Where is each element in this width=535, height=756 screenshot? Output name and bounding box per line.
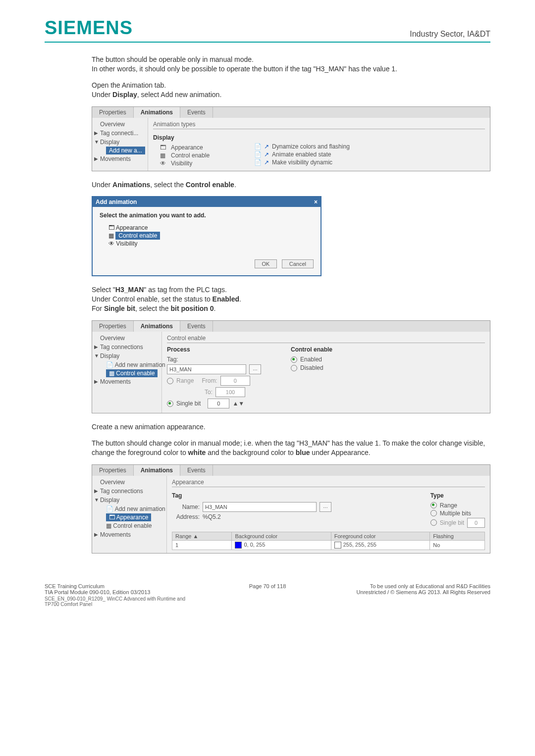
properties-panel-2: Properties Animations Events Overview ▶T… [92, 320, 490, 413]
single-bit-label: Single bit [176, 400, 201, 407]
radio-enabled[interactable] [291, 356, 297, 363]
footer-right-1: To be used only at Educational and R&D F… [343, 583, 490, 589]
tree-item[interactable]: ▶Movements [92, 377, 161, 386]
to-input[interactable]: 100 [215, 387, 245, 397]
tab-events[interactable]: Events [180, 107, 213, 118]
tree-item[interactable]: 📄 Add new animation [92, 504, 166, 513]
option-control-enable[interactable]: ▦Control enable [153, 152, 210, 159]
tree-item[interactable]: 📄 Add new animation [92, 360, 161, 369]
dialog-prompt: Select the animation you want to add. [100, 212, 314, 219]
col-range[interactable]: Range ▲ [172, 532, 232, 540]
arrow-icon: ↗ [264, 143, 269, 150]
dyn-option[interactable]: 📄↗Dynamize colors and flashing [254, 143, 350, 150]
section-title: Control enable [167, 335, 485, 343]
spinner-icon[interactable]: ▲▼ [232, 400, 244, 407]
text: , select Add new animation. [137, 91, 221, 99]
appearance-icon: 🗔 [109, 514, 116, 521]
option-appearance[interactable]: 🗔Appearance [153, 144, 210, 151]
tree-item[interactable]: ▶Tag connections [92, 343, 161, 352]
col-bg[interactable]: Background color [232, 532, 331, 540]
text-bold: blue [296, 449, 310, 456]
visibility-icon: 👁 [160, 160, 168, 167]
tab-properties[interactable]: Properties [92, 465, 134, 476]
tab-properties[interactable]: Properties [92, 321, 134, 332]
single-bit-input[interactable]: 0 [467, 518, 485, 528]
tab-events[interactable]: Events [180, 321, 213, 332]
chevron-right-icon: ▶ [94, 379, 98, 384]
tree-label: Add new animation [115, 505, 165, 512]
tab-events[interactable]: Events [180, 465, 213, 476]
col-flash[interactable]: Flashing [430, 532, 485, 540]
add-icon: 📄 [106, 361, 115, 368]
radio-multi-bits[interactable] [430, 510, 437, 516]
text: . [234, 181, 236, 189]
dyn-label: Animate enabled state [272, 151, 331, 158]
tree-column: Overview ▶Tag connections ▼Display 📄 Add… [92, 476, 167, 553]
tree-item-selected[interactable]: ▦ Control enable [106, 369, 158, 377]
radio-range[interactable] [430, 502, 437, 508]
tag-input[interactable]: H3_MAN [167, 364, 246, 374]
cell-range[interactable]: 1 [172, 540, 232, 550]
cell-fg[interactable]: 255, 255, 255 [331, 540, 430, 550]
tree-item[interactable]: Overview [92, 334, 161, 343]
tree-item-selected[interactable]: 🗔 Appearance [106, 513, 151, 521]
close-icon[interactable]: × [314, 199, 318, 205]
tag-picker-button[interactable]: … [320, 502, 331, 512]
section-title: Animation types [153, 121, 485, 129]
tree-item[interactable]: ▼Display [92, 352, 161, 360]
tab-animations[interactable]: Animations [134, 465, 180, 476]
col-fg[interactable]: Foreground color [331, 532, 430, 540]
single-bit-label: Single bit [440, 519, 464, 526]
tree-item-selected[interactable]: Add new a... [106, 147, 145, 154]
cell-bg[interactable]: 0, 0, 255 [232, 540, 331, 550]
cell-text: 255, 255, 255 [343, 542, 376, 548]
tree-item[interactable]: ▦ Control enable [92, 521, 166, 530]
radio-single-bit[interactable] [430, 519, 437, 526]
single-bit-input[interactable]: 0 [208, 399, 229, 408]
tag-picker-button[interactable]: … [249, 364, 261, 374]
tree-item[interactable]: Overview [92, 120, 148, 129]
dyn-option[interactable]: 📄↗Make visibility dynamic [254, 159, 350, 166]
footer-right-2: Unrestricted / © Siemens AG 2013. All Ri… [343, 589, 490, 595]
radio-single-bit[interactable] [167, 401, 173, 407]
table-row[interactable]: 1 0, 0, 255 255, 255, 255 No [172, 540, 485, 550]
group-heading: Process [167, 346, 261, 353]
chevron-right-icon: ▶ [94, 344, 98, 350]
cell-flash[interactable]: No [430, 540, 485, 550]
list-item[interactable]: 🗔 Appearance [100, 224, 314, 232]
name-label: Name: [172, 504, 200, 510]
name-input[interactable]: H3_MAN [203, 502, 317, 512]
radio-disabled[interactable] [291, 365, 297, 371]
tree-item[interactable]: ▶Movements [92, 530, 166, 539]
tree-item[interactable]: Overview [92, 478, 166, 487]
paragraph: Open the Animation tab. Under Display, s… [92, 81, 490, 100]
tree-item[interactable]: ▶Tag connections [92, 487, 166, 496]
tree-label: Movements [100, 155, 131, 162]
dyn-option[interactable]: 📄↗Animate enabled state [254, 151, 350, 158]
tab-animations[interactable]: Animations [134, 321, 180, 332]
option-visibility[interactable]: 👁Visibility [153, 160, 210, 167]
text: under Appearance. [310, 449, 370, 456]
tree-item[interactable]: ▶Tag connecti... [92, 129, 148, 138]
radio-range[interactable] [167, 378, 173, 384]
text-bold: Display [112, 91, 137, 99]
list-item[interactable]: 👁 Visibility [100, 240, 314, 248]
add-icon: 📄 [106, 505, 115, 512]
tab-animations[interactable]: Animations [134, 107, 180, 118]
tab-bar: Properties Animations Events [92, 465, 490, 476]
tree-item[interactable]: ▶Movements [92, 154, 148, 163]
ok-button[interactable]: OK [255, 259, 277, 268]
footer-left-3: SCE_EN_090-010_R1209_ WinCC Advanced wit… [45, 596, 192, 607]
tree-item[interactable]: ▼Display [92, 496, 166, 504]
list-item-selected[interactable]: Control enable [115, 232, 160, 240]
dialog-title: Add animation [96, 199, 137, 205]
tab-properties[interactable]: Properties [92, 107, 134, 118]
from-input[interactable]: 0 [220, 376, 250, 386]
tree-item[interactable]: ▼Display [92, 138, 148, 147]
text: The button should be operable only in ma… [92, 55, 254, 63]
cancel-button[interactable]: Cancel [282, 259, 314, 268]
group-heading: Control enable [291, 346, 332, 353]
group-heading: Type [430, 492, 485, 499]
disabled-label: Disabled [300, 364, 323, 371]
properties-panel-3: Properties Animations Events Overview ▶T… [92, 464, 490, 554]
